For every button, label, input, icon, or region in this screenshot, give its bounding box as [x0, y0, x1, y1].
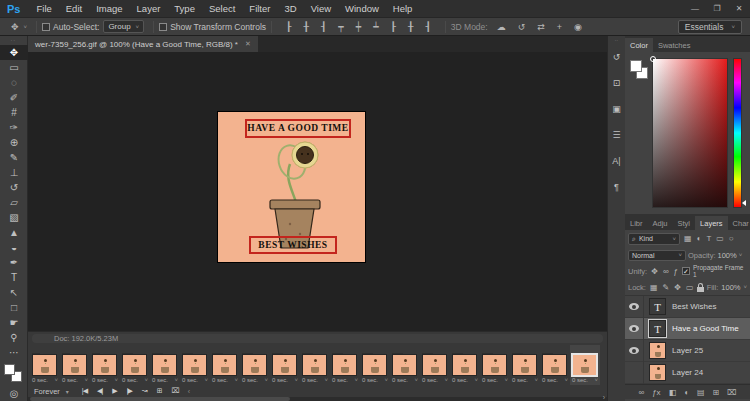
- frame-thumbnail[interactable]: [272, 354, 297, 376]
- layer-thumbnail[interactable]: [649, 342, 666, 359]
- first-frame-button[interactable]: |◀: [82, 387, 87, 395]
- duplicate-frame-button[interactable]: ⊞: [157, 387, 162, 395]
- lock-all-icon[interactable]: [697, 287, 703, 292]
- layer-row[interactable]: T Best Wishes: [625, 296, 750, 318]
- panel-tab[interactable]: Swatches: [653, 38, 696, 52]
- character-panel-icon[interactable]: A|: [608, 148, 626, 174]
- auto-select-checkbox[interactable]: [42, 23, 50, 31]
- distribute-right-icon[interactable]: ┨: [422, 22, 433, 32]
- timeline-frame[interactable]: 12 0 sec.˅: [180, 345, 210, 385]
- panel-tab[interactable]: Libr: [625, 216, 648, 230]
- lock-pixels-icon[interactable]: ✎: [662, 283, 671, 292]
- timeline-scrollbar[interactable]: ›: [28, 397, 607, 401]
- crop-tool[interactable]: #: [0, 105, 28, 120]
- fill-value[interactable]: 100%: [721, 283, 740, 292]
- panel-tab[interactable]: Char: [728, 216, 750, 230]
- timeline-frame[interactable]: 11 0 sec.˅: [150, 345, 180, 385]
- history-brush-tool[interactable]: ↺: [0, 180, 28, 195]
- frame-thumbnail[interactable]: [212, 354, 237, 376]
- eraser-tool[interactable]: ▱: [0, 195, 28, 210]
- frame-thumbnail[interactable]: [512, 354, 537, 376]
- frame-thumbnail[interactable]: [32, 354, 57, 376]
- menu-item[interactable]: View: [304, 3, 338, 14]
- gradient-tool[interactable]: ▧: [0, 210, 28, 225]
- timeline-frame[interactable]: 19 0 sec.˅: [390, 345, 420, 385]
- visibility-toggle[interactable]: [625, 296, 644, 318]
- next-frame-button[interactable]: |▶: [127, 387, 132, 395]
- timeline-frame[interactable]: 24 0 sec.˅: [540, 345, 570, 385]
- quick-mask-button[interactable]: ◎: [0, 386, 28, 401]
- align-vertical-centers-icon[interactable]: ┿: [353, 22, 364, 32]
- timeline-frame[interactable]: 8 0 sec.˅: [60, 345, 90, 385]
- 3d-scale-icon[interactable]: ◉: [571, 22, 585, 32]
- timeline-frame[interactable]: 16 0 sec.˅: [300, 345, 330, 385]
- color-swatches[interactable]: [0, 362, 28, 386]
- layer-style-icon[interactable]: ƒx: [652, 388, 660, 397]
- layer-group-icon[interactable]: ▤: [697, 388, 705, 397]
- type-filter-icon[interactable]: T: [705, 234, 712, 243]
- layer-row[interactable]: Layer 25: [625, 340, 750, 362]
- delete-layer-icon[interactable]: ⌧: [727, 388, 736, 397]
- tool-preset-chevron[interactable]: ˅: [24, 24, 28, 30]
- panel-tab[interactable]: Color: [625, 38, 653, 52]
- frame-thumbnail[interactable]: [152, 354, 177, 376]
- healing-brush-tool[interactable]: ⊕: [0, 135, 28, 150]
- layer-thumbnail[interactable]: [649, 364, 666, 381]
- frame-thumbnail[interactable]: [122, 354, 147, 376]
- opacity-value[interactable]: 100%: [718, 251, 737, 260]
- timeline-frame[interactable]: 14 0 sec.˅: [240, 345, 270, 385]
- previous-frame-button[interactable]: ◀|: [97, 387, 102, 395]
- rectangle-tool[interactable]: □: [0, 300, 28, 315]
- history-panel-icon[interactable]: ↺: [608, 44, 626, 70]
- pixel-filter-icon[interactable]: ▦: [683, 234, 693, 243]
- show-transform-checkbox[interactable]: [159, 23, 167, 31]
- frame-thumbnail[interactable]: [452, 354, 477, 376]
- frame-thumbnail[interactable]: [392, 354, 417, 376]
- workspace-switcher[interactable]: Essentials˅: [678, 20, 742, 34]
- smart-object-filter-icon[interactable]: ○: [728, 234, 735, 243]
- minimize-button[interactable]: —: [684, 4, 706, 13]
- menu-item[interactable]: File: [29, 3, 58, 14]
- blend-mode-dropdown[interactable]: Normal ˅: [628, 250, 686, 261]
- timeline-frame[interactable]: 7 0 sec.˅: [30, 345, 60, 385]
- menu-item[interactable]: Edit: [59, 3, 89, 14]
- align-bottom-edges-icon[interactable]: ┷: [370, 22, 381, 32]
- saturation-brightness-picker[interactable]: [652, 58, 728, 208]
- timeline-frame[interactable]: 17 0 sec.˅: [330, 345, 360, 385]
- lock-position-icon[interactable]: ✥: [673, 283, 682, 292]
- adjustment-layer-icon[interactable]: ◐: [684, 388, 689, 397]
- frame-thumbnail[interactable]: [332, 354, 357, 376]
- adjustment-filter-icon[interactable]: ◐: [696, 234, 703, 243]
- timeline-frame[interactable]: 9 0 sec.˅: [90, 345, 120, 385]
- lasso-tool[interactable]: ◌: [0, 75, 28, 90]
- align-top-edges-icon[interactable]: ┯: [335, 22, 346, 32]
- link-layers-icon[interactable]: ∞: [638, 388, 644, 397]
- shape-filter-icon[interactable]: ▭: [715, 234, 725, 243]
- auto-select-target-dropdown[interactable]: Group˅: [103, 20, 144, 33]
- panel-tab[interactable]: Layers: [695, 216, 728, 230]
- panel-grip[interactable]: ∙∙: [0, 36, 27, 45]
- document-tab[interactable]: wer-7359_256.gif @ 100% (Have a Good Tim…: [28, 36, 258, 52]
- menu-item[interactable]: 3D: [277, 3, 303, 14]
- menu-item[interactable]: Type: [167, 3, 202, 14]
- panel-tab[interactable]: Styl: [673, 216, 696, 230]
- 3d-slide-icon[interactable]: +: [554, 22, 565, 32]
- libraries-panel-icon[interactable]: ▣: [608, 96, 626, 122]
- canvas-pasteboard[interactable]: HAVE A GOOD TIME BEST WISHES: [28, 52, 607, 331]
- propagate-frame-checkbox[interactable]: ✓: [682, 267, 690, 275]
- clone-stamp-tool[interactable]: ⊥: [0, 165, 28, 180]
- dodge-tool[interactable]: ◒: [0, 240, 28, 255]
- delete-frame-button[interactable]: ⌧: [172, 387, 179, 395]
- lock-transparency-icon[interactable]: ▦: [649, 283, 659, 292]
- panel-grip[interactable]: ∙∙: [615, 36, 618, 44]
- menu-item[interactable]: Layer: [130, 3, 168, 14]
- timeline-frame[interactable]: 10 0 sec.˅: [120, 345, 150, 385]
- menu-item[interactable]: Filter: [242, 3, 277, 14]
- restore-button[interactable]: ❐: [706, 4, 728, 13]
- path-selection-tool[interactable]: ↖: [0, 285, 28, 300]
- tab-close-icon[interactable]: ✕: [245, 40, 251, 48]
- align-right-edges-icon[interactable]: ┨: [318, 22, 329, 32]
- 3d-roll-icon[interactable]: ↺: [515, 22, 529, 32]
- blur-tool[interactable]: ▲: [0, 225, 28, 240]
- frame-thumbnail[interactable]: [422, 354, 447, 376]
